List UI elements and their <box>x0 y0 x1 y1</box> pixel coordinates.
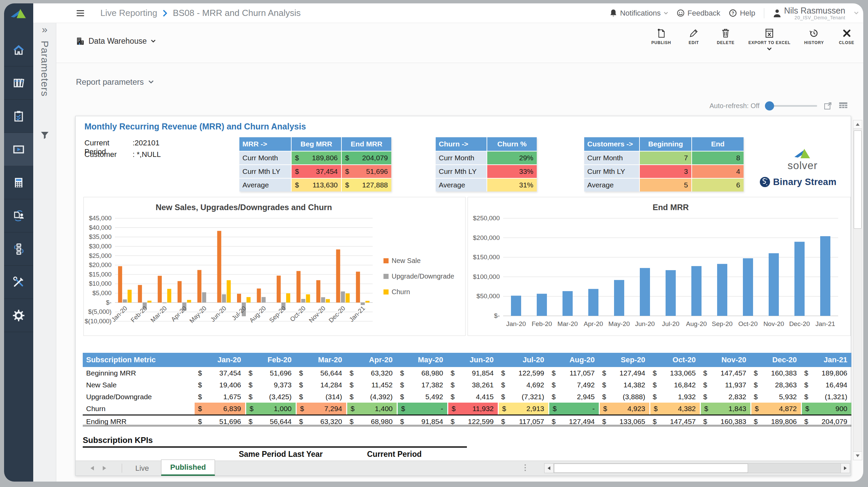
parameters-panel-label[interactable]: Parameters <box>39 41 51 97</box>
kpi-column-current-period: Current Period <box>347 450 442 459</box>
auto-refresh-slider[interactable] <box>766 105 817 107</box>
solver-logo-mark[interactable] <box>4 3 33 23</box>
scroll-up-button[interactable] <box>853 120 862 129</box>
report-canvas: Monthly Recurring Revenue (MRR) and Chur… <box>75 116 851 476</box>
horizontal-scrollbar[interactable] <box>544 463 850 473</box>
auto-refresh-slider-knob[interactable] <box>765 101 774 110</box>
scroll-right-button[interactable] <box>841 464 850 473</box>
svg-text:$40,000: $40,000 <box>89 224 112 231</box>
filter-label: Customer <box>84 150 133 159</box>
sheet-next-icon[interactable] <box>103 466 106 470</box>
sidebar-item-tasks[interactable] <box>4 100 33 133</box>
horizontal-scrollbar-thumb[interactable] <box>554 464 748 473</box>
filter-customer: Customer : *,NULL <box>84 150 161 159</box>
table-value-cell: $(1,321) <box>801 391 851 403</box>
svg-text:$150,000: $150,000 <box>473 253 500 261</box>
sidebar-item-admin-tools[interactable] <box>4 266 33 299</box>
report-toolbar: Data Warehouse PUBLISH EDIT DELETE <box>56 23 863 63</box>
close-label: CLOSE <box>839 40 854 45</box>
sidebar-item-assignments[interactable] <box>4 199 33 232</box>
table-value-cell: $7,294 <box>296 403 346 414</box>
table-value-cell: $117,057 <box>498 414 548 426</box>
table-value-cell: $4,923 <box>599 403 649 414</box>
table-header-month: Apr-20 <box>346 353 397 367</box>
sheet-prev-icon[interactable] <box>91 466 94 470</box>
table-view-icon[interactable] <box>839 102 848 110</box>
close-button[interactable]: CLOSE <box>837 28 856 50</box>
publish-button[interactable]: PUBLISH <box>651 28 671 50</box>
help-button[interactable]: ? Help <box>729 9 755 18</box>
table-row-label: Churn <box>83 403 195 414</box>
user-menu[interactable]: Nils Rasmussen 20_ISV_Demo_Tenant <box>773 6 845 20</box>
table-value-cell: $122,599 <box>498 367 548 379</box>
svg-text:Jun-20: Jun-20 <box>635 320 655 327</box>
svg-text:Jun-20: Jun-20 <box>209 305 228 323</box>
svg-text:$-: $- <box>494 312 500 319</box>
scroll-left-button[interactable] <box>545 464 554 473</box>
summary-value-cell: 29% <box>487 151 537 164</box>
table-value-cell: $1,932 <box>649 391 700 403</box>
edit-button[interactable]: EDIT <box>685 28 703 50</box>
sidebar-item-budgeting[interactable] <box>4 166 33 199</box>
delete-button[interactable]: DELETE <box>716 28 735 50</box>
table-value-cell: $6,839 <box>195 403 245 414</box>
vertical-scrollbar[interactable] <box>853 120 862 460</box>
solver-logo-text: solver <box>775 160 830 172</box>
table-value-cell: $147,457 <box>649 414 700 426</box>
report-parameters-toggle[interactable]: Report parameters <box>76 77 154 87</box>
svg-text:$-: $- <box>106 299 112 306</box>
svg-text:Mar-20: Mar-20 <box>149 305 168 324</box>
user-icon <box>773 9 781 18</box>
subscription-kpis-heading-block: Subscription KPIs <box>83 435 467 448</box>
vertical-scrollbar-thumb[interactable] <box>854 130 862 229</box>
breadcrumb-page: BS08 - MRR and Churn Analysis <box>173 8 301 18</box>
table-header-month: Feb-20 <box>245 353 296 367</box>
table-value-cell: $1,000 <box>245 403 296 414</box>
svg-text:$100,000: $100,000 <box>473 273 500 280</box>
sidebar-item-home[interactable] <box>4 33 33 66</box>
new-sales-chart-panel: $45,000$40,000$35,000$30,000$25,000$20,0… <box>83 197 466 336</box>
table-value-cell: $147,457 <box>700 367 750 379</box>
table-value-cell: $14,382 <box>599 379 649 391</box>
summary-header-cell: Customers -> <box>584 137 639 151</box>
filter-funnel-icon[interactable] <box>40 131 49 141</box>
table-row-label: New Sale <box>83 379 195 391</box>
sheet-tab-live[interactable]: Live <box>126 461 158 476</box>
sidebar-nav <box>4 33 33 332</box>
table-value-cell: $4,415 <box>447 391 498 403</box>
user-name: Nils Rasmussen <box>784 6 845 15</box>
workflow-icon <box>12 242 25 256</box>
sheet-tab-published[interactable]: Published <box>161 460 215 476</box>
svg-text:Sep-20: Sep-20 <box>712 320 732 327</box>
menu-icon[interactable] <box>77 10 85 17</box>
notifications-button[interactable]: Notifications <box>610 9 668 18</box>
sheet-nav-arrows <box>91 466 106 470</box>
table-value-cell: $(314) <box>296 391 346 403</box>
summary-row-label: Average <box>584 179 639 191</box>
top-bar: Live Reporting BS08 - MRR and Churn Anal… <box>33 3 863 23</box>
table-value-cell: $1,843 <box>700 403 750 414</box>
history-button[interactable]: HISTORY <box>804 28 824 50</box>
splitter-handle[interactable] <box>525 464 526 471</box>
export-to-excel-button[interactable]: EXPORT TO EXCEL <box>748 28 790 50</box>
table-value-cell: $1,675 <box>195 391 245 403</box>
svg-text:?: ? <box>732 11 734 16</box>
sidebar-item-workflow[interactable] <box>4 232 33 266</box>
feedback-button[interactable]: Feedback <box>677 9 721 18</box>
sidebar-item-settings[interactable] <box>4 299 33 332</box>
table-row-label: Ending MRR <box>83 414 195 426</box>
chevron-down-icon[interactable] <box>854 12 859 15</box>
svg-text:$15,000: $15,000 <box>89 271 112 278</box>
sidebar-item-live-reporting[interactable] <box>4 133 33 166</box>
data-source-selector[interactable]: Data Warehouse <box>76 37 156 46</box>
sidebar <box>4 3 33 482</box>
pop-out-icon[interactable] <box>824 102 832 110</box>
expand-panel-icon[interactable]: » <box>33 24 56 35</box>
summary-value-cell: 5 <box>640 179 691 191</box>
breadcrumb-section[interactable]: Live Reporting <box>100 8 157 18</box>
export-to-excel-label: EXPORT TO EXCEL <box>748 40 790 45</box>
table-value-cell: $1,400 <box>346 403 397 414</box>
sidebar-item-archives[interactable] <box>4 66 33 100</box>
scroll-down-button[interactable] <box>853 451 862 460</box>
table-value-cell: $2,832 <box>700 391 750 403</box>
